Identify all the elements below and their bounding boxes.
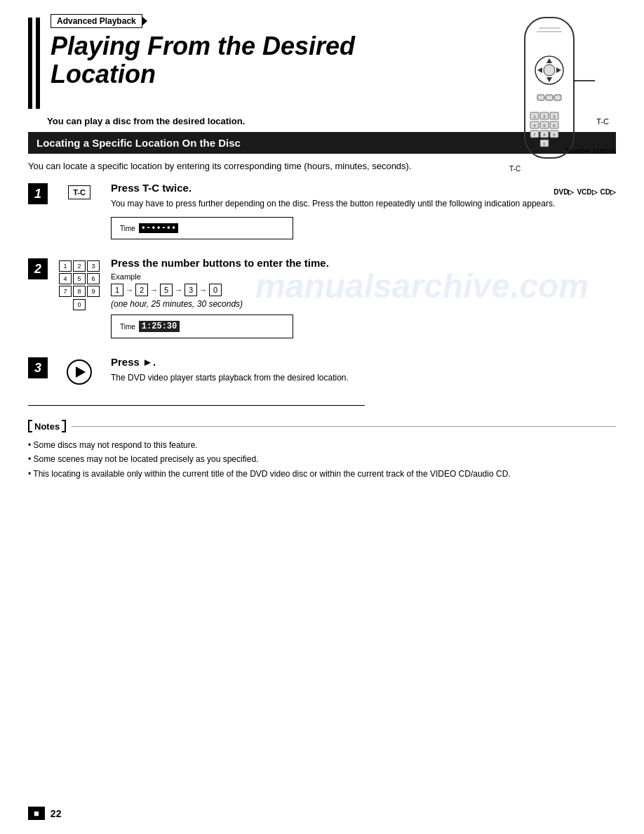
num-8: 8 — [73, 286, 86, 297]
seq-1: 1 — [111, 284, 123, 296]
page-container: 1 2 3 4 5 6 7 8 9 0 Number buttons T-C D… — [0, 0, 644, 834]
notes-bracket-right — [62, 420, 66, 432]
notes-header: Notes — [28, 420, 616, 432]
notes-section: Notes Some discs may not respond to this… — [28, 420, 616, 481]
number-buttons-label: Number buttons — [566, 147, 616, 155]
sequence-note: (one hour, 25 minutes, 30 seconds) — [111, 299, 616, 309]
svg-marker-6 — [546, 77, 552, 82]
seq-arrow-4: → — [199, 286, 207, 294]
page-number-area: ■ 22 — [28, 807, 61, 820]
main-divider — [28, 405, 365, 406]
step-1-icon: T-C — [58, 185, 100, 243]
display-label-1: Time — [120, 225, 135, 232]
tc-label-remote: T-C — [509, 165, 521, 173]
num-4: 4 — [59, 273, 72, 284]
svg-rect-11 — [554, 95, 561, 100]
seq-3: 3 — [185, 284, 197, 296]
note-2: Some scenes may not be located precisely… — [28, 452, 616, 466]
step-2-content: Press the number buttons to enter the ti… — [111, 257, 616, 342]
num-9: 9 — [87, 286, 100, 297]
seq-arrow-2: → — [150, 286, 158, 294]
step-3-body: The DVD video player starts playback fro… — [111, 371, 616, 384]
bar-right — [36, 18, 40, 109]
play-triangle — [76, 366, 86, 378]
step-1-body: You may have to press further depending … — [111, 197, 616, 210]
step-3-title: Press ►. — [111, 356, 616, 368]
step-3-number: 3 — [28, 357, 48, 378]
vertical-bars — [28, 18, 40, 109]
example-label: Example — [111, 272, 616, 281]
display-value-2: 1:25:30 — [139, 321, 180, 332]
step-3: 3 Press ►. The DVD video player starts p… — [28, 356, 616, 391]
notes-bracket-left — [28, 420, 32, 432]
svg-rect-10 — [546, 95, 553, 100]
step-1: 1 T-C Press T-C twice. You may have to p… — [28, 182, 616, 243]
num-2: 2 — [73, 260, 86, 272]
num-3: 3 — [87, 260, 100, 272]
step-1-content: Press T-C twice. You may have to press f… — [111, 182, 616, 243]
step-3-icon — [58, 359, 100, 391]
note-3: This locating is available only within t… — [28, 467, 616, 481]
notes-title: Notes — [34, 421, 60, 432]
display-label-2: Time — [120, 323, 135, 331]
step-3-content: Press ►. The DVD video player starts pla… — [111, 356, 616, 391]
step-1-number: 1 — [28, 183, 48, 204]
step-1-title: Press T-C twice. — [111, 182, 616, 194]
step-2: 2 1 2 3 4 5 6 7 8 9 0 Press the number b… — [28, 257, 616, 342]
num-1: 1 — [59, 260, 72, 272]
seq-2: 2 — [135, 284, 148, 296]
remote-image-area: 1 2 3 4 5 6 7 8 9 0 Number buttons T-C D… — [504, 14, 616, 185]
step-2-display: Time 1:25:30 — [111, 315, 293, 338]
notes-list: Some discs may not respond to this featu… — [28, 438, 616, 481]
svg-marker-7 — [537, 67, 542, 73]
num-7: 7 — [59, 286, 72, 297]
page-number: 22 — [51, 808, 62, 819]
seq-arrow-3: → — [175, 286, 182, 294]
step-2-number: 2 — [28, 258, 48, 279]
num-0: 0 — [73, 299, 86, 310]
note-1: Some discs may not respond to this featu… — [28, 438, 616, 452]
breadcrumb: Advanced Playback — [51, 14, 142, 28]
seq-0: 0 — [209, 284, 222, 296]
svg-rect-9 — [537, 95, 544, 100]
step-2-icon: 1 2 3 4 5 6 7 8 9 0 — [58, 260, 100, 342]
seq-5: 5 — [160, 284, 173, 296]
remote-svg: 1 2 3 4 5 6 7 8 9 0 — [504, 14, 595, 183]
tc-button-icon: T-C — [68, 185, 90, 199]
svg-marker-8 — [556, 67, 561, 73]
play-button-icon — [67, 359, 92, 385]
sequence-row: 1 → 2 → 5 → 3 → 0 — [111, 284, 616, 296]
num-6: 6 — [87, 273, 100, 284]
notes-line — [72, 426, 616, 427]
numpad-grid: 1 2 3 4 5 6 7 8 9 — [59, 260, 100, 297]
seq-arrow-1: → — [126, 286, 133, 294]
step-2-title: Press the number buttons to enter the ti… — [111, 257, 616, 269]
step-1-display: Time •-••-•• — [111, 217, 293, 239]
bar-left — [28, 18, 32, 109]
page-num-block: ■ — [28, 807, 45, 820]
display-value-1: •-••-•• — [139, 223, 178, 233]
svg-marker-5 — [546, 58, 552, 63]
svg-point-4 — [544, 65, 555, 76]
num-5: 5 — [73, 273, 86, 284]
